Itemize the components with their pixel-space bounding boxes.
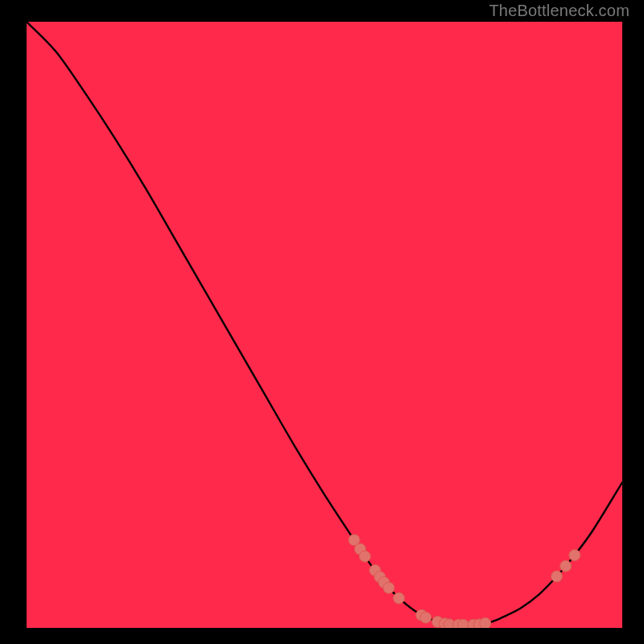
watermark-text: TheBottleneck.com: [489, 2, 630, 20]
data-marker: [480, 617, 491, 628]
data-marker: [560, 560, 572, 572]
gradient-background: [27, 22, 622, 628]
data-marker: [457, 619, 469, 628]
data-marker: [394, 592, 405, 604]
chart-svg: [27, 22, 622, 628]
data-marker: [359, 551, 370, 562]
data-marker: [420, 612, 431, 623]
plot-area: [27, 22, 622, 628]
data-marker: [551, 571, 563, 582]
chart-frame: TheBottleneck.com: [0, 0, 644, 644]
data-marker: [569, 550, 580, 561]
data-marker: [383, 582, 394, 593]
